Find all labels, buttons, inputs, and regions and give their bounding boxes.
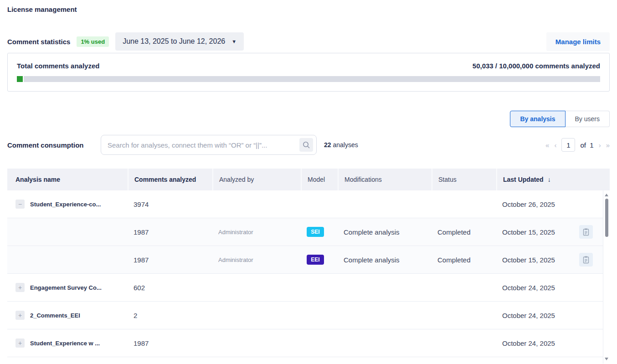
table-row: +2_Comments_EEI2October 24, 2025 xyxy=(7,302,603,329)
analyzed-by: Administrator xyxy=(218,256,253,263)
column-header-label: Modifications xyxy=(344,176,382,183)
column-header-model[interactable]: Model xyxy=(301,169,338,190)
expand-row-button[interactable]: + xyxy=(15,338,25,348)
search-box xyxy=(101,135,317,155)
analysis-name: Engagement Survey Co... xyxy=(30,284,102,291)
expand-row-button[interactable]: + xyxy=(15,311,25,320)
sort-descending-icon: ↓ xyxy=(548,176,551,183)
tab-by-users[interactable]: By users xyxy=(566,111,610,127)
page-title: License management xyxy=(7,5,610,13)
report-document-button[interactable] xyxy=(579,225,593,239)
table-header-row: Analysis nameComments analyzedAnalyzed b… xyxy=(7,169,610,190)
comment-statistics-heading: Comment statistics xyxy=(7,38,70,46)
column-header-comments-analyzed[interactable]: Comments analyzed xyxy=(128,169,212,190)
column-header-label: Status xyxy=(438,176,457,183)
date-range-select[interactable]: June 13, 2025 to June 12, 2026 ▼ xyxy=(115,32,244,51)
last-updated-date: October 15, 2025 xyxy=(502,256,555,264)
column-header-analysis-name[interactable]: Analysis name xyxy=(7,169,128,190)
search-input[interactable] xyxy=(108,141,299,149)
pagination-of-label: of 1 xyxy=(580,141,593,149)
comment-consumption-header: Comment consumption 22 analyses « ‹ 1 of… xyxy=(7,135,610,155)
model-badge: SEI xyxy=(307,227,324,237)
report-document-button[interactable] xyxy=(579,253,593,267)
pagination-current-page[interactable]: 1 xyxy=(561,138,575,152)
last-updated-date: October 26, 2025 xyxy=(502,200,555,208)
clipboard-icon xyxy=(582,228,590,236)
comment-statistics-header: Comment statistics 1% used June 13, 2025… xyxy=(7,32,610,51)
usage-text: 50,033 / 10,000,000 comments analyzed xyxy=(473,62,600,70)
scroll-down-arrow[interactable] xyxy=(605,358,608,360)
column-header-modifications[interactable]: Modifications xyxy=(338,169,432,190)
page: License management Comment statistics 1%… xyxy=(0,0,617,155)
search-icon xyxy=(303,141,310,149)
comment-consumption-heading: Comment consumption xyxy=(7,141,101,149)
tab-by-analysis[interactable]: By analysis xyxy=(510,111,565,127)
column-header-label: Analysis name xyxy=(15,176,60,183)
comments: 1987 xyxy=(134,228,149,236)
column-header-last-updated[interactable]: Last Updated↓ xyxy=(496,169,610,190)
view-tabs: By analysis By users xyxy=(7,111,610,127)
pagination: « ‹ 1 of 1 › » xyxy=(545,138,610,152)
analysis-name: 2_Comments_EEI xyxy=(30,312,80,319)
consumption-table: Analysis nameComments analyzedAnalyzed b… xyxy=(7,169,610,364)
model-badge: EEI xyxy=(307,255,324,265)
manage-limits-button[interactable]: Manage limits xyxy=(546,32,610,51)
date-range-label: June 13, 2025 to June 12, 2026 xyxy=(123,37,225,46)
pagination-first-button[interactable]: « xyxy=(545,141,549,149)
pagination-prev-button[interactable]: ‹ xyxy=(554,141,556,149)
column-header-label: Analyzed by xyxy=(219,176,254,183)
clipboard-icon xyxy=(582,256,590,264)
table-body: −Student_Experience-co...3974October 26,… xyxy=(7,190,610,364)
comments: 1987 xyxy=(134,339,149,347)
last-updated-date: October 24, 2025 xyxy=(502,284,555,292)
analyzed-by: Administrator xyxy=(218,229,253,236)
table-row: +Student_Experience w ...1987October 24,… xyxy=(7,329,603,357)
scrollbar-thumb[interactable] xyxy=(605,199,608,237)
table-row: 1987AdministratorSEIComplete analysisCom… xyxy=(7,218,603,246)
pagination-next-button[interactable]: › xyxy=(599,141,601,149)
analysis-name: Student_Experience-co... xyxy=(30,201,101,208)
modifications: Complete analysis xyxy=(344,228,400,236)
status: Completed xyxy=(437,228,471,236)
modifications: Complete analysis xyxy=(344,256,400,264)
last-updated-date: October 15, 2025 xyxy=(502,228,555,236)
status: Completed xyxy=(437,256,471,264)
table-row: +Engagement Survey Co...602October 24, 2… xyxy=(7,274,603,302)
column-header-status[interactable]: Status xyxy=(432,169,496,190)
card-title: Total comments analyzed xyxy=(17,62,99,70)
progress-track xyxy=(24,76,600,82)
last-updated-date: October 24, 2025 xyxy=(502,312,555,319)
search-button[interactable] xyxy=(299,138,313,152)
progress-fill xyxy=(17,76,23,82)
column-header-label: Comments analyzed xyxy=(134,176,196,183)
analysis-name: Student_Experience w ... xyxy=(30,340,100,347)
usage-percent-badge: 1% used xyxy=(77,36,109,47)
column-header-label: Last Updated xyxy=(503,176,544,183)
table-scrollbar xyxy=(603,190,610,364)
comments: 2 xyxy=(134,312,137,319)
comments: 1987 xyxy=(134,256,149,264)
scroll-up-arrow[interactable] xyxy=(605,194,608,196)
comments: 602 xyxy=(134,284,145,292)
last-updated-date: October 24, 2025 xyxy=(502,339,555,347)
chevron-down-icon: ▼ xyxy=(231,39,237,44)
analyses-count: 22 analyses xyxy=(324,141,358,149)
table-row: −Student_Experience-co...3974October 26,… xyxy=(7,190,603,218)
collapse-row-button[interactable]: − xyxy=(15,200,25,209)
column-header-analyzed-by[interactable]: Analyzed by xyxy=(212,169,301,190)
table-row: 1987AdministratorEEIComplete analysisCom… xyxy=(7,246,603,274)
total-comments-card: Total comments analyzed 50,033 / 10,000,… xyxy=(7,53,610,92)
usage-progress-bar xyxy=(17,76,600,82)
comments: 3974 xyxy=(134,200,149,208)
column-header-label: Model xyxy=(308,176,325,183)
pagination-last-button[interactable]: » xyxy=(606,141,610,149)
expand-row-button[interactable]: + xyxy=(15,283,25,292)
